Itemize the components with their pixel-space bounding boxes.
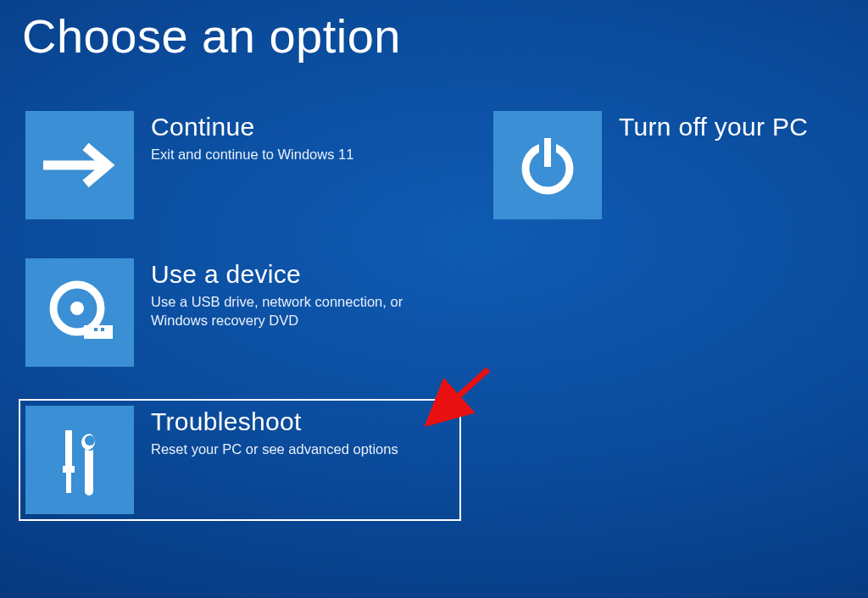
- power-icon: [493, 111, 602, 219]
- svg-rect-7: [66, 473, 71, 493]
- use-device-button[interactable]: Use a device Use a USB drive, network co…: [19, 252, 461, 374]
- continue-subtitle: Exit and continue to Windows 11: [151, 145, 353, 163]
- svg-rect-2: [84, 325, 113, 339]
- use-device-title: Use a device: [151, 260, 448, 289]
- svg-rect-5: [65, 430, 72, 466]
- continue-title: Continue: [151, 113, 353, 141]
- arrow-right-icon: [25, 111, 134, 219]
- use-device-subtitle: Use a USB drive, network connection, or …: [151, 292, 448, 330]
- turn-off-title: Turn off your PC: [619, 113, 808, 141]
- turn-off-button[interactable]: Turn off your PC: [487, 104, 843, 226]
- page-title: Choose an option: [0, 0, 868, 64]
- troubleshoot-button[interactable]: Troubleshoot Reset your PC or see advanc…: [19, 399, 461, 521]
- device-disc-icon: [25, 258, 134, 367]
- svg-point-1: [70, 302, 84, 315]
- continue-button[interactable]: Continue Exit and continue to Windows 11: [19, 104, 461, 226]
- troubleshoot-subtitle: Reset your PC or see advanced options: [151, 440, 398, 458]
- svg-rect-6: [63, 466, 75, 473]
- svg-rect-11: [544, 138, 551, 167]
- tools-icon: [25, 406, 134, 514]
- troubleshoot-title: Troubleshoot: [151, 407, 398, 436]
- svg-rect-3: [94, 328, 97, 331]
- svg-rect-4: [101, 328, 104, 331]
- svg-point-8: [85, 435, 95, 446]
